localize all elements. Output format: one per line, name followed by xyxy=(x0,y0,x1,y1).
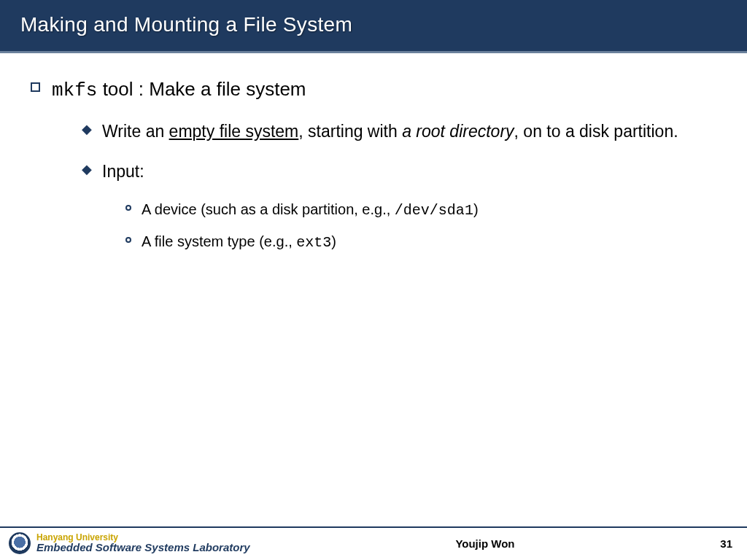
slide-body: mkfs tool : Make a file system ◆ Write a… xyxy=(0,53,747,526)
slide-title: Making and Mounting a File System xyxy=(20,13,727,36)
bullet-level2: ◆ Write an empty file system, starting w… xyxy=(82,118,716,145)
text-segment: , on to a disk partition. xyxy=(514,122,678,141)
code-ext3: ext3 xyxy=(296,234,331,251)
text-segment: ) xyxy=(473,201,479,217)
slide-footer: Hanyang University Embedded Software Sys… xyxy=(0,526,747,560)
page-number: 31 xyxy=(720,537,732,550)
code-mkfs: mkfs xyxy=(52,79,97,101)
square-bullet-icon xyxy=(31,82,40,92)
circle-bullet-icon xyxy=(125,205,131,211)
bullet-level3: A device (such as a disk partition, e.g.… xyxy=(125,198,716,222)
circle-bullet-icon xyxy=(125,237,131,243)
bullet-level3: A file system type (e.g., ext3) xyxy=(125,230,716,254)
text-segment: Write an xyxy=(102,122,169,141)
bullet-level1: mkfs tool : Make a file system xyxy=(31,77,716,104)
footer-logo-block: Hanyang University Embedded Software Sys… xyxy=(9,532,250,554)
text-segment: tool : Make a file system xyxy=(97,78,306,100)
slide-header: Making and Mounting a File System xyxy=(0,0,747,53)
underlined-text: empty file system xyxy=(169,122,299,141)
bullet-text: mkfs tool : Make a file system xyxy=(52,77,306,104)
university-seal-icon xyxy=(9,532,31,554)
footer-logo-text: Hanyang University Embedded Software Sys… xyxy=(36,533,250,553)
lab-name: Embedded Software Systems Laboratory xyxy=(36,542,250,553)
bullet-level2: ◆ Input: xyxy=(82,158,716,185)
diamond-bullet-icon: ◆ xyxy=(82,161,92,177)
diamond-bullet-icon: ◆ xyxy=(82,121,92,137)
text-segment: A device (such as a disk partition, e.g.… xyxy=(142,201,395,217)
bullet-text: A file system type (e.g., ext3) xyxy=(142,230,336,254)
bullet-text: A device (such as a disk partition, e.g.… xyxy=(142,198,479,222)
text-segment: ) xyxy=(331,233,336,249)
bullet-text: Write an empty file system, starting wit… xyxy=(102,118,678,145)
text-segment: , starting with xyxy=(298,122,402,141)
bullet-text: Input: xyxy=(102,158,144,185)
italic-text: a root directory xyxy=(402,122,514,141)
code-devpath: /dev/sda1 xyxy=(395,202,473,219)
author-name: Youjip Won xyxy=(455,537,514,550)
slide: Making and Mounting a File System mkfs t… xyxy=(0,0,747,560)
text-segment: A file system type (e.g., xyxy=(142,233,296,249)
